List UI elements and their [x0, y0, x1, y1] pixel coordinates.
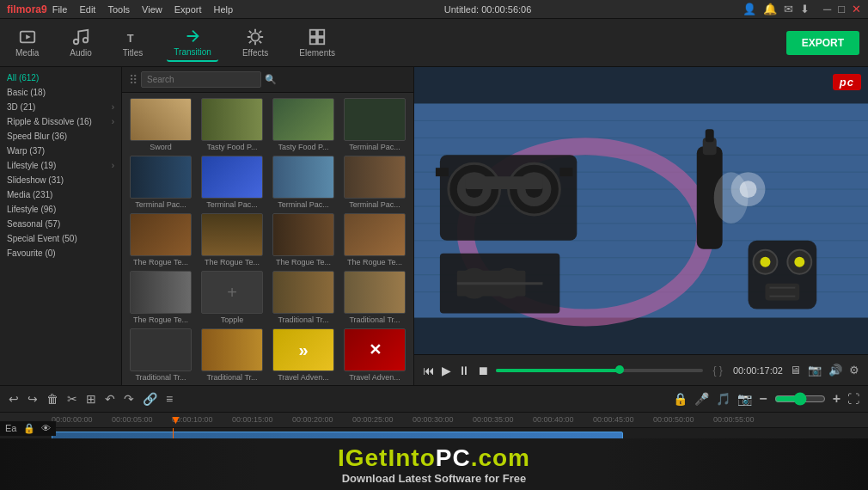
rewind-button[interactable]: ⏮	[423, 364, 435, 377]
watermark: IGetIntoPC.com Download Latest Software …	[0, 438, 868, 490]
ruler-mark: 00:00:15:00	[232, 415, 273, 424]
eye-icon[interactable]: 👁	[41, 423, 51, 433]
transition-item[interactable]: Traditional Tr...	[341, 271, 408, 324]
redo-button[interactable]: ↪	[28, 392, 38, 406]
menu-file[interactable]: File	[52, 4, 68, 15]
tab-elements[interactable]: Elements	[292, 24, 342, 61]
rotate-left-button[interactable]: ↶	[105, 392, 115, 406]
bottom-left-label: Ea 🔒 👁	[0, 421, 56, 436]
transition-item[interactable]: The Rogue Te...	[199, 213, 266, 266]
transition-item[interactable]: Terminal Pac...	[270, 156, 337, 209]
snapshot-button[interactable]: 📷	[808, 364, 822, 377]
transition-item[interactable]: Traditional Tr...	[127, 328, 194, 382]
profile-icon[interactable]: 👤	[743, 3, 756, 15]
delete-button[interactable]: 🗑	[46, 392, 58, 406]
transition-item[interactable]: Terminal Pac...	[199, 156, 266, 209]
filter-warp[interactable]: Warp (37)	[0, 144, 121, 158]
transition-thumbnail	[201, 98, 263, 141]
filter-special[interactable]: Special Event (50)	[0, 231, 121, 246]
transition-thumbnail	[344, 213, 406, 256]
tab-audio[interactable]: Audio	[63, 24, 99, 61]
filter-lifestyle1[interactable]: Lifestyle (19)›	[0, 158, 121, 173]
transition-item[interactable]: ✕ Travel Adven...	[341, 328, 408, 382]
zoom-in-button[interactable]: +	[833, 391, 840, 407]
tab-transition[interactable]: Transition	[167, 23, 218, 62]
cut-button[interactable]: ✂	[67, 392, 77, 406]
maximize-button[interactable]: □	[838, 3, 845, 15]
settings-button[interactable]: ⚙	[849, 364, 859, 377]
more-button[interactable]: ≡	[166, 392, 173, 406]
bell-icon[interactable]: 🔔	[763, 3, 777, 15]
filter-panel: All (612) Basic (18) 3D (21)› Ripple & D…	[0, 67, 122, 385]
music-button[interactable]: 🎵	[716, 392, 730, 406]
watermark-title: IGetIntoPC.com	[338, 444, 530, 472]
fullscreen-button[interactable]: 🖥	[790, 364, 801, 377]
search-input[interactable]	[141, 71, 261, 88]
crop-button[interactable]: ⊞	[86, 392, 96, 406]
camera-button[interactable]: 📷	[737, 392, 752, 406]
download-icon[interactable]: ⬇	[800, 3, 810, 15]
transition-item[interactable]: Tasty Food P...	[270, 98, 337, 151]
transition-thumbnail	[130, 156, 192, 199]
transition-item[interactable]: The Rogue Te...	[270, 213, 337, 266]
mail-icon[interactable]: ✉	[784, 3, 793, 15]
menu-help[interactable]: Help	[214, 4, 234, 15]
lock-track-icon[interactable]: 🔒	[23, 423, 35, 433]
transition-item[interactable]: + Topple	[199, 271, 266, 324]
zoom-slider[interactable]	[774, 392, 826, 406]
pause-button[interactable]: ⏸	[458, 364, 470, 377]
tab-titles[interactable]: T Titles	[116, 24, 150, 61]
link-button[interactable]: 🔗	[143, 392, 157, 406]
minimize-button[interactable]: ─	[823, 3, 831, 15]
svg-marker-1	[26, 34, 31, 40]
menu-view[interactable]: View	[142, 4, 162, 15]
transition-thumbnail	[130, 328, 192, 371]
play-button[interactable]: ▶	[442, 364, 451, 377]
transition-item[interactable]: The Rogue Te...	[341, 213, 408, 266]
svg-point-47	[760, 257, 770, 267]
transition-item[interactable]: Traditional Tr...	[270, 271, 337, 324]
svg-point-2	[74, 40, 79, 45]
filter-ripple[interactable]: Ripple & Dissolve (16)›	[0, 114, 121, 129]
stop-button[interactable]: ⏹	[477, 364, 489, 377]
progress-bar-container[interactable]	[496, 369, 703, 372]
filter-all[interactable]: All (612)	[0, 70, 121, 85]
watermark-green: IGetInto	[338, 444, 436, 471]
lock-icon[interactable]: 🔒	[673, 392, 688, 406]
filter-basic[interactable]: Basic (18)	[0, 85, 121, 100]
tab-media[interactable]: Media	[9, 24, 46, 61]
menu-export[interactable]: Export	[174, 4, 202, 15]
close-button[interactable]: ✕	[852, 3, 861, 15]
transition-item[interactable]: Terminal Pac...	[341, 156, 408, 209]
transition-item[interactable]: Terminal Pac...	[341, 98, 408, 151]
undo-button[interactable]: ↩	[9, 392, 19, 406]
export-button[interactable]: EXPORT	[786, 31, 859, 55]
svg-rect-35	[706, 129, 714, 142]
transition-item[interactable]: The Rogue Te...	[127, 271, 194, 324]
transition-item[interactable]: Tasty Food P...	[199, 98, 266, 151]
filter-lifestyle2[interactable]: Lifestyle (96)	[0, 202, 121, 217]
transition-item[interactable]: The Rogue Te...	[127, 213, 194, 266]
fullscreen-timeline-button[interactable]: ⛶	[847, 392, 859, 406]
transition-item[interactable]: Traditional Tr...	[199, 328, 266, 382]
volume-button[interactable]: 🔊	[828, 364, 842, 377]
window-title: Untitled: 00:00:56:06	[444, 4, 532, 15]
transition-item[interactable]: Sword	[127, 98, 194, 151]
transition-item[interactable]: Terminal Pac...	[127, 156, 194, 209]
menu-edit[interactable]: Edit	[79, 4, 95, 15]
video-canvas: pc	[414, 67, 868, 354]
transition-item[interactable]: » Travel Adven...	[270, 328, 337, 382]
filter-slideshow[interactable]: Slideshow (31)	[0, 173, 121, 187]
rotate-right-button[interactable]: ↷	[124, 392, 134, 406]
mic-button[interactable]: 🎤	[694, 392, 709, 406]
filter-speedblur[interactable]: Speed Blur (36)	[0, 129, 121, 144]
filter-3d[interactable]: 3D (21)›	[0, 100, 121, 114]
menu-bar: File Edit Tools View Export Help	[52, 4, 233, 15]
tab-effects[interactable]: Effects	[235, 24, 275, 61]
menu-tools[interactable]: Tools	[107, 4, 130, 15]
filter-media[interactable]: Media (231)	[0, 187, 121, 202]
time-display: 00:00:17:02	[733, 365, 783, 376]
zoom-out-button[interactable]: −	[759, 391, 767, 407]
filter-seasonal[interactable]: Seasonal (57)	[0, 217, 121, 231]
filter-favourite[interactable]: Favourite (0)	[0, 246, 121, 260]
